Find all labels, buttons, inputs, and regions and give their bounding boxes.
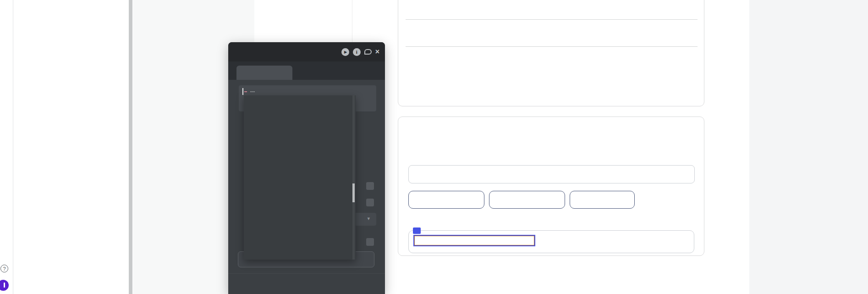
dropdown-scrollbar-track <box>352 95 355 260</box>
tab-appearance[interactable] <box>236 66 292 80</box>
expression-cursor <box>242 88 243 95</box>
selected-text-element[interactable] <box>413 235 535 246</box>
element-palette <box>0 0 133 294</box>
close-icon[interactable]: × <box>375 48 379 55</box>
checkbox-unchecked[interactable] <box>366 238 374 246</box>
row-separator <box>406 46 698 47</box>
element-expression-text <box>414 236 534 245</box>
palette-scrollbar[interactable] <box>129 0 132 294</box>
comment-icon[interactable] <box>364 49 372 55</box>
get-record-as-text-button[interactable] <box>408 191 484 209</box>
expression-more-token[interactable] <box>250 91 255 92</box>
page-group-divider <box>352 0 352 42</box>
chevron-down-icon: ▾ <box>367 216 370 222</box>
dropdown-scrollbar-thumb[interactable] <box>352 183 355 202</box>
panel-tabbar <box>228 61 385 80</box>
canvas-right-gutter <box>749 0 868 294</box>
store-keys-card <box>398 0 704 106</box>
intercom-i-icon <box>4 283 5 288</box>
info-icon[interactable]: i <box>353 48 361 56</box>
palette-left-border <box>13 0 13 294</box>
row-separator <box>406 19 698 20</box>
bubble-editor-screen: ? ▶ i × <box>0 0 868 294</box>
get-image-record-button[interactable] <box>489 191 565 209</box>
store-record-operations-card <box>398 116 704 256</box>
get-file-record-button[interactable] <box>570 191 635 209</box>
property-editor-panel: ▶ i × <box>228 42 385 294</box>
preview-icon[interactable]: ▶ <box>341 48 349 56</box>
checkbox-unchecked[interactable] <box>366 182 374 190</box>
record-key-input[interactable] <box>408 165 695 183</box>
tab-conditional[interactable] <box>328 66 385 80</box>
divider <box>228 273 385 274</box>
panel-titlebar[interactable]: ▶ i × <box>228 42 385 61</box>
checkbox-unchecked[interactable] <box>366 199 374 206</box>
selected-element-tag[interactable] <box>413 227 421 234</box>
autocomplete-dropdown <box>244 95 356 260</box>
help-icon[interactable]: ? <box>0 265 8 272</box>
expression-selected-token[interactable] <box>244 91 247 92</box>
